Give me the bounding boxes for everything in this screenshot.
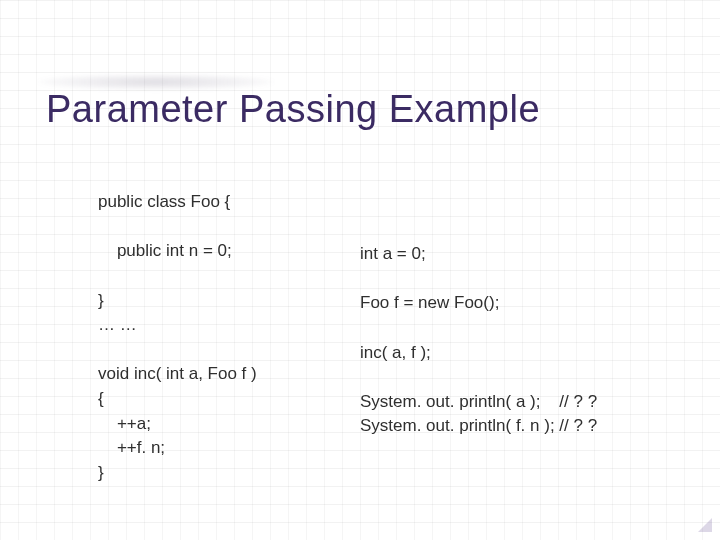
slide: Parameter Passing Example public class F…	[0, 0, 720, 540]
corner-accent-icon	[698, 518, 712, 532]
code-column-left: public class Foo { public int n = 0; } ……	[98, 190, 257, 486]
slide-title: Parameter Passing Example	[46, 88, 540, 131]
code-column-right: int a = 0; Foo f = new Foo(); inc( a, f …	[360, 242, 597, 439]
